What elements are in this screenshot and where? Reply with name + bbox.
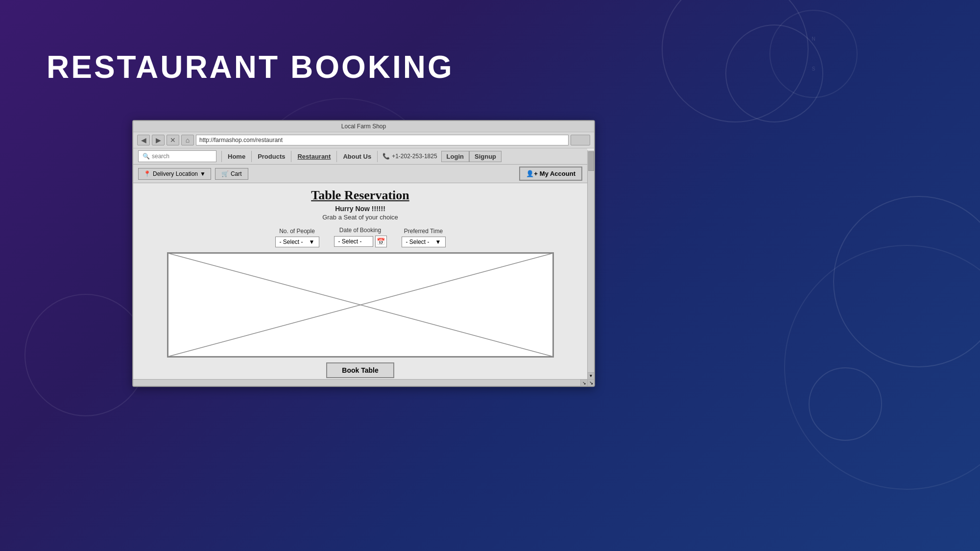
- date-label: Date of Booking: [334, 227, 387, 234]
- grab-text: Grab a Seat of your choice: [143, 214, 577, 221]
- nav-about[interactable]: About Us: [337, 151, 378, 162]
- time-label: Preferred Time: [402, 228, 446, 235]
- vertical-scrollbar[interactable]: ▼ ↘: [587, 150, 594, 386]
- search-icon: 🔍: [143, 153, 150, 160]
- nav-links: Home Products Restaurant About Us: [221, 151, 378, 162]
- phone-info: 📞 +1-202-253-1825: [382, 153, 437, 160]
- people-select[interactable]: - Select - ▼: [275, 237, 319, 247]
- time-select[interactable]: - Select - ▼: [402, 237, 446, 247]
- people-label: No. of People: [275, 228, 319, 235]
- date-input-group: - Select - 📅: [334, 236, 387, 247]
- image-placeholder: [167, 252, 554, 358]
- forward-button[interactable]: ▶: [152, 135, 165, 145]
- login-button[interactable]: Login: [441, 151, 469, 162]
- phone-icon: 📞: [382, 153, 390, 160]
- people-group: No. of People - Select - ▼: [275, 228, 319, 247]
- nav-restaurant[interactable]: Restaurant: [291, 151, 337, 162]
- people-select-value: - Select -: [280, 239, 303, 245]
- back-button[interactable]: ◀: [137, 135, 150, 145]
- nav-products[interactable]: Products: [252, 151, 291, 162]
- delivery-location-button[interactable]: 📍 Delivery Location ▼: [138, 168, 211, 180]
- site-navbar2: 📍 Delivery Location ▼ 🛒 Cart 👤+ My Accou…: [133, 165, 587, 183]
- date-select-value: - Select -: [338, 238, 362, 245]
- account-icon: 👤+: [526, 170, 538, 177]
- delivery-location-label: Delivery Location: [153, 170, 198, 177]
- signup-button[interactable]: Signup: [469, 151, 502, 162]
- home-button[interactable]: ⌂: [181, 135, 194, 145]
- placeholder-svg: [168, 253, 553, 357]
- dropdown-icon: ▼: [200, 170, 206, 177]
- search-input[interactable]: [152, 153, 211, 160]
- browser-window: Local Farm Shop ◀ ▶ ✕ ⌂ ▼ ↘ 🔍 Home Produ…: [132, 120, 595, 387]
- login-signup: Login Signup: [441, 151, 502, 162]
- location-icon: 📍: [143, 170, 151, 177]
- booking-form: No. of People - Select - ▼ Date of Booki…: [143, 227, 577, 247]
- date-group: Date of Booking - Select - 📅: [334, 227, 387, 247]
- page-title: RESTAURANT BOOKING: [47, 49, 454, 85]
- time-select-value: - Select -: [406, 239, 430, 245]
- address-bar[interactable]: [196, 135, 569, 145]
- browser-search-button[interactable]: [571, 135, 590, 145]
- nav-home[interactable]: Home: [221, 151, 252, 162]
- search-box[interactable]: 🔍: [138, 150, 216, 162]
- account-label: My Account: [540, 170, 575, 177]
- calendar-icon[interactable]: 📅: [375, 236, 387, 247]
- browser-toolbar: ◀ ▶ ✕ ⌂: [133, 132, 594, 148]
- close-button[interactable]: ✕: [167, 135, 179, 145]
- browser-titlebar: Local Farm Shop: [133, 121, 594, 132]
- book-table-button[interactable]: Book Table: [326, 362, 394, 378]
- phone-number: +1-202-253-1825: [392, 153, 437, 160]
- time-group: Preferred Time - Select - ▼: [402, 228, 446, 247]
- account-button[interactable]: 👤+ My Account: [519, 167, 582, 181]
- time-dropdown-icon: ▼: [435, 239, 441, 245]
- website-content: 🔍 Home Products Restaurant About Us 📞 +1…: [133, 148, 594, 384]
- date-select[interactable]: - Select -: [334, 236, 373, 247]
- reservation-title: Table Reservation: [143, 188, 577, 203]
- scroll-thumb[interactable]: [588, 151, 594, 171]
- people-dropdown-icon: ▼: [309, 239, 315, 245]
- cart-label: Cart: [231, 170, 242, 177]
- main-content: Table Reservation Hurry Now !!!!!! Grab …: [133, 183, 587, 383]
- site-navbar: 🔍 Home Products Restaurant About Us 📞 +1…: [133, 148, 587, 165]
- hurry-text: Hurry Now !!!!!!: [143, 205, 577, 213]
- cart-icon: 🛒: [221, 170, 229, 177]
- horizontal-scrollbar[interactable]: ↘: [133, 379, 587, 386]
- cart-button[interactable]: 🛒 Cart: [215, 168, 248, 180]
